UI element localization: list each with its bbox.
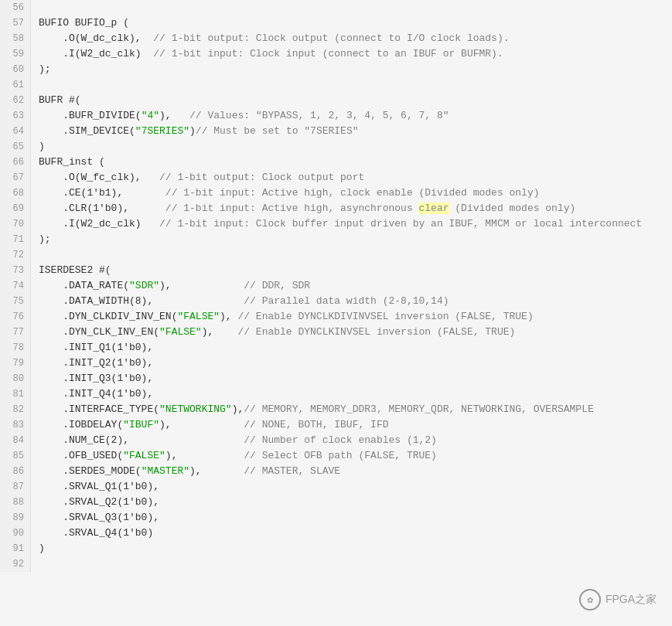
code-line: );: [39, 232, 664, 247]
line-number: 88: [6, 495, 24, 510]
line-number: 68: [6, 185, 24, 201]
line-number: 58: [6, 31, 24, 46]
code-line: .SIM_DEVICE("7SERIES")// Must be set to …: [39, 124, 664, 139]
code-line: .DYN_CLKDIV_INV_EN("FALSE"), // Enable D…: [39, 309, 664, 325]
editor-container: 5657585960616263646566676869707172737475…: [0, 0, 672, 626]
line-number: 92: [6, 556, 24, 572]
line-number: 67: [6, 170, 24, 185]
code-line: .INIT_Q3(1'b0),: [39, 371, 664, 386]
code-line: ): [39, 541, 664, 556]
line-number: 69: [6, 201, 24, 216]
watermark-logo: ✿: [579, 589, 601, 611]
line-number: 75: [6, 294, 24, 309]
line-numbers: 5657585960616263646566676869707172737475…: [0, 0, 31, 572]
line-number: 56: [6, 0, 24, 15]
line-number: 89: [6, 510, 24, 526]
code-line: .O(W_dc_clk), // 1-bit output: Clock out…: [39, 31, 664, 46]
code-line: .DYN_CLK_INV_EN("FALSE"), // Enable DYNC…: [39, 325, 664, 340]
code-line: .SERDES_MODE("MASTER"), // MASTER, SLAVE: [39, 464, 664, 479]
code-line: .OFB_USED("FALSE"), // Select OFB path (…: [39, 448, 664, 464]
code-line: [39, 0, 664, 15]
line-number: 86: [6, 464, 24, 479]
code-line: ): [39, 139, 664, 155]
line-number: 79: [6, 356, 24, 371]
code-line: );: [39, 62, 664, 77]
watermark: ✿ FPGA之家: [579, 589, 657, 611]
line-number: 90: [6, 526, 24, 541]
line-number: 60: [6, 62, 24, 77]
line-number: 83: [6, 417, 24, 433]
code-line: .IOBDELAY("IBUF"), // NONE, BOTH, IBUF, …: [39, 417, 664, 433]
line-number: 82: [6, 402, 24, 417]
code-line: .DATA_RATE("SDR"), // DDR, SDR: [39, 278, 664, 294]
code-line: BUFIO BUFIO_p (: [39, 15, 664, 31]
line-number: 57: [6, 15, 24, 31]
code-line: .SRVAL_Q3(1'b0),: [39, 510, 664, 526]
line-number: 61: [6, 77, 24, 93]
code-line: ISERDESE2 #(: [39, 263, 664, 278]
code-line: .SRVAL_Q2(1'b0),: [39, 495, 664, 510]
code-line: .INIT_Q1(1'b0),: [39, 340, 664, 356]
code-line: .BUFR_DIVIDE("4"), // Values: "BYPASS, 1…: [39, 108, 664, 124]
line-number: 73: [6, 263, 24, 278]
line-number: 72: [6, 247, 24, 263]
code-line: .DATA_WIDTH(8), // Parallel data width (…: [39, 294, 664, 309]
code-line: [39, 247, 664, 263]
code-line: .CLR(1'b0), // 1-bit input: Active high,…: [39, 201, 664, 216]
code-area: 5657585960616263646566676869707172737475…: [0, 0, 672, 572]
code-line: .SRVAL_Q4(1'b0): [39, 526, 664, 541]
code-content: BUFIO BUFIO_p ( .O(W_dc_clk), // 1-bit o…: [31, 0, 672, 572]
line-number: 74: [6, 278, 24, 294]
code-line: .INIT_Q4(1'b0),: [39, 386, 664, 402]
code-line: .NUM_CE(2), // Number of clock enables (…: [39, 433, 664, 448]
code-line: [39, 77, 664, 93]
code-line: .I(W2_dc_clk) // 1-bit input: Clock inpu…: [39, 46, 664, 62]
line-number: 70: [6, 216, 24, 232]
line-number: 62: [6, 93, 24, 108]
line-number: 87: [6, 479, 24, 495]
line-number: 59: [6, 46, 24, 62]
code-line: .INTERFACE_TYPE("NETWORKING"),// MEMORY,…: [39, 402, 664, 417]
code-line: .CE(1'b1), // 1-bit input: Active high, …: [39, 185, 664, 201]
line-number: 63: [6, 108, 24, 124]
line-number: 85: [6, 448, 24, 464]
code-line: .I(W2_dc_clk) // 1-bit input: Clock buff…: [39, 216, 664, 232]
line-number: 76: [6, 309, 24, 325]
line-number: 65: [6, 139, 24, 155]
line-number: 91: [6, 541, 24, 556]
code-line: .INIT_Q2(1'b0),: [39, 356, 664, 371]
line-number: 77: [6, 325, 24, 340]
line-number: 80: [6, 371, 24, 386]
line-number: 81: [6, 386, 24, 402]
code-line: [39, 556, 664, 572]
code-line: BUFR #(: [39, 93, 664, 108]
line-number: 78: [6, 340, 24, 356]
code-line: BUFR_inst (: [39, 155, 664, 170]
watermark-text: FPGA之家: [605, 593, 657, 607]
line-number: 84: [6, 433, 24, 448]
line-number: 64: [6, 124, 24, 139]
code-line: .SRVAL_Q1(1'b0),: [39, 479, 664, 495]
line-number: 71: [6, 232, 24, 247]
code-line: .O(W_fc_clk), // 1-bit output: Clock out…: [39, 170, 664, 185]
line-number: 66: [6, 155, 24, 170]
